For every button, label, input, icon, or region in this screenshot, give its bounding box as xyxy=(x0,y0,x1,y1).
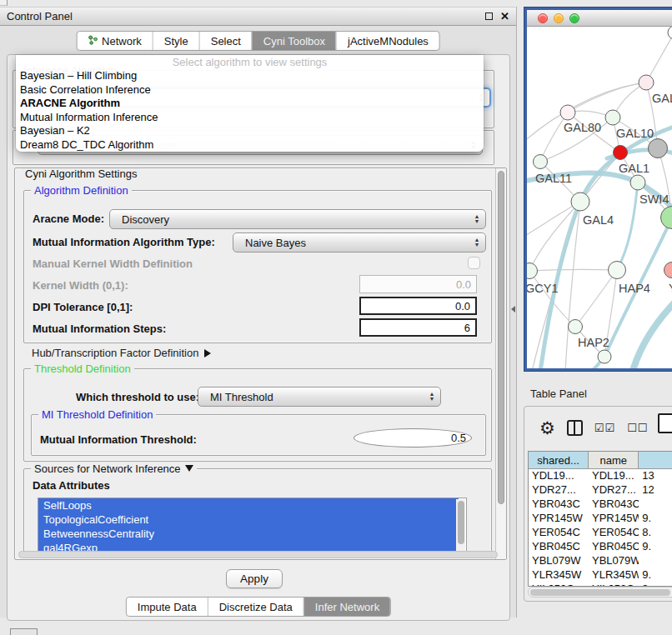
table-cell xyxy=(639,554,672,568)
tab-infer-network[interactable]: Infer Network xyxy=(303,598,390,616)
tab-label: Cyni Toolbox xyxy=(263,35,325,48)
table-row[interactable]: YDL19...YDL19...13 xyxy=(529,469,672,483)
network-edge-highlighted[interactable] xyxy=(617,182,638,270)
network-edge[interactable] xyxy=(540,112,568,162)
tab-discretize-data[interactable]: Discretize Data xyxy=(208,598,303,616)
table-cell: YLR345W xyxy=(589,568,639,582)
node-swi4[interactable] xyxy=(630,175,645,190)
attribute-item-selfloops[interactable]: SelfLoops xyxy=(38,498,459,512)
scrollbar-thumb[interactable] xyxy=(458,501,464,544)
node-label-y: Y xyxy=(669,282,672,295)
which-threshold-combobox[interactable]: MI Threshold ▲▼ xyxy=(198,387,441,407)
manual-kernel-checkbox[interactable] xyxy=(468,257,480,269)
tab-select[interactable]: Select xyxy=(199,32,252,50)
dpi-tolerance-field[interactable] xyxy=(359,297,477,315)
scrollbar-thumb[interactable] xyxy=(530,589,670,596)
mi-threshold-field[interactable] xyxy=(354,428,472,448)
close-window-icon[interactable]: ✕ xyxy=(500,11,509,22)
table-cell: YDL19... xyxy=(529,469,589,483)
node-partial-top[interactable] xyxy=(668,27,672,39)
checked-columns-icon[interactable]: ☑☑ xyxy=(594,422,615,434)
minimize-traffic-light-icon[interactable] xyxy=(554,13,564,23)
tab-impute-data[interactable]: Impute Data xyxy=(127,598,208,616)
sources-title[interactable]: Sources for Network Inference xyxy=(31,462,197,475)
tab-jactivemnodules[interactable]: jActiveMNodules xyxy=(336,32,439,50)
table-cell: YER054C xyxy=(529,526,589,540)
node-gray[interactable] xyxy=(649,139,668,158)
kernel-width-field[interactable] xyxy=(359,275,477,293)
table-row[interactable]: YDR27...YDR27...12 xyxy=(529,483,672,498)
control-panel-title: Control Panel xyxy=(7,10,485,22)
dropdown-option-dream8-dc-tdc-algorithm[interactable]: Dream8 DC_TDC Algorithm xyxy=(16,138,484,152)
mi-steps-field[interactable] xyxy=(359,318,477,337)
dropdown-option-aracne-algorithm[interactable]: ARACNE Algorithm xyxy=(16,97,484,111)
apply-button[interactable]: Apply xyxy=(226,569,283,588)
attribute-item-topologicalcoefficient[interactable]: TopologicalCoefficient xyxy=(38,512,459,527)
node-gal4[interactable] xyxy=(571,192,589,211)
table-row[interactable]: YPR145WYPR145W9. xyxy=(529,512,672,526)
column-header-name[interactable]: name xyxy=(589,452,639,468)
table-row[interactable]: YER054CYER054C8. xyxy=(529,526,672,540)
settings-vertical-scrollbar[interactable] xyxy=(495,168,506,559)
mi-algorithm-type-combobox[interactable]: Naive Bayes ▲▼ xyxy=(233,232,486,252)
dock-panel-fragment xyxy=(10,628,38,635)
table-cell: YDL19... xyxy=(589,469,639,483)
network-edge[interactable] xyxy=(529,202,580,271)
tab-label: Network xyxy=(102,35,142,48)
node-gal80[interactable] xyxy=(560,105,575,120)
split-pane-collapse-icon[interactable] xyxy=(511,306,515,312)
aracne-mode-combobox[interactable]: Discovery ▲▼ xyxy=(109,209,486,229)
node-hap2[interactable] xyxy=(569,320,583,334)
split-columns-icon[interactable] xyxy=(567,420,583,436)
float-window-icon[interactable] xyxy=(485,12,493,20)
dropdown-option-mutual-information-inference[interactable]: Mutual Information Inference xyxy=(16,111,484,125)
tab-network[interactable]: Network xyxy=(77,32,153,50)
node-gal10[interactable] xyxy=(605,110,620,125)
hub-definition-toggle[interactable]: Hub/Transcription Factor Definition xyxy=(32,347,211,359)
column-header-shared[interactable]: shared... xyxy=(529,452,589,468)
node-gcy1[interactable] xyxy=(527,263,538,279)
table-cell: 9. xyxy=(639,512,672,526)
node-gal11[interactable] xyxy=(534,155,548,169)
algorithm-definition-title: Algorithm Definition xyxy=(31,184,132,197)
node-gal1[interactable] xyxy=(614,146,628,160)
table-row[interactable]: YBR045CYBR045C9. xyxy=(529,540,672,554)
table-row[interactable]: YBL079WYBL079W xyxy=(529,554,672,568)
node-salmon[interactable] xyxy=(664,262,672,278)
threshold-definition-title: Threshold Definition xyxy=(31,362,134,375)
unchecked-columns-icon[interactable]: ☐☐ xyxy=(627,422,648,434)
dropdown-option-bayesian-hill-climbing[interactable]: Bayesian – Hill Climbing xyxy=(16,69,484,83)
network-edge[interactable] xyxy=(568,82,646,112)
node-hap4[interactable] xyxy=(609,262,626,279)
node-bottom[interactable] xyxy=(598,350,611,363)
combo-stepper-icon: ▲▼ xyxy=(469,214,485,224)
node-gal7[interactable] xyxy=(639,75,654,90)
tab-cyni-toolbox[interactable]: Cyni Toolbox xyxy=(252,32,336,50)
tab-style[interactable]: Style xyxy=(153,32,199,50)
app-root: Control Panel ✕ NetworkStyleSelectCyni T… xyxy=(0,0,672,635)
table-rows: YDL19...YDL19...13YDR27...YDR27...12YBR0… xyxy=(529,469,672,587)
node-label-hap2: HAP2 xyxy=(578,336,609,349)
table-cell: YBR045C xyxy=(529,540,589,554)
cyni-toolbox-panel: Inference Algorithm ▲▼ gal-filtered sif … xyxy=(7,54,510,621)
table-horizontal-scrollbar[interactable] xyxy=(528,587,672,598)
table-row[interactable]: YLR345WYLR345W9. xyxy=(529,568,672,582)
zoom-traffic-light-icon[interactable] xyxy=(569,13,579,23)
attribute-item-betweennesscentrality[interactable]: BetweennessCentrality xyxy=(38,527,459,541)
scrollbar-thumb[interactable] xyxy=(498,171,504,504)
settings-horizontal-scrollbar[interactable] xyxy=(18,551,498,558)
cyni-algorithm-settings-group: Cyni Algorithm Settings Algorithm Defini… xyxy=(14,168,507,560)
file-icon[interactable] xyxy=(658,413,672,433)
gear-icon[interactable]: ⚙ xyxy=(539,419,555,437)
column-header-extra[interactable] xyxy=(639,452,672,468)
network-graph-canvas[interactable]: GALGAL80GAL10GAL1GAL11SWI4GAL4GCY1HAP4YH… xyxy=(527,27,672,368)
node-biggreen[interactable] xyxy=(661,207,672,229)
attributes-scrollbar[interactable] xyxy=(456,499,465,554)
dropdown-option-bayesian-k2[interactable]: Bayesian – K2 xyxy=(16,124,484,138)
table-row[interactable]: YBR043CYBR043C xyxy=(529,498,672,512)
close-traffic-light-icon[interactable] xyxy=(538,13,548,23)
algorithm-definition-groupbox: Algorithm Definition Aracne Mode: Discov… xyxy=(23,190,492,343)
network-edge[interactable] xyxy=(646,32,672,82)
dropdown-option-basic-correlation-inference[interactable]: Basic Correlation Inference xyxy=(16,83,484,98)
network-edge-highlighted[interactable] xyxy=(632,298,672,368)
